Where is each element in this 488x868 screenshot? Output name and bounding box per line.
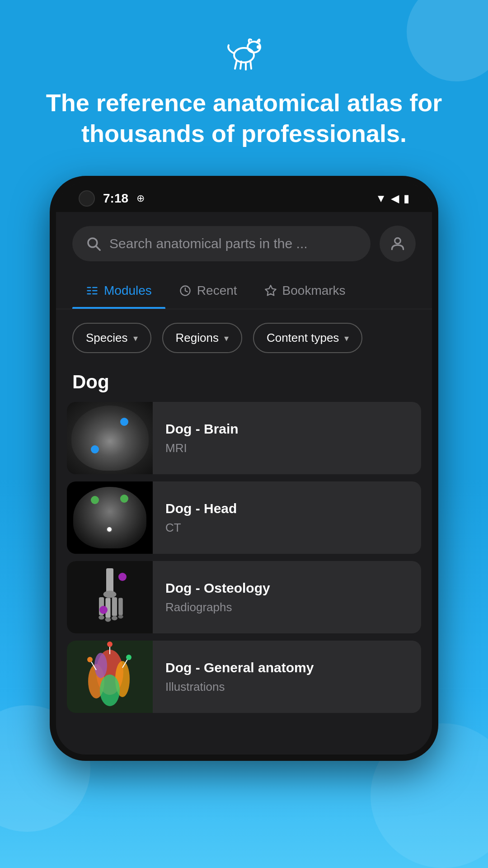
- module-card-dog-head[interactable]: Dog - Head CT: [67, 481, 421, 554]
- svg-point-27: [118, 615, 123, 618]
- status-bar: 7:18 ⊕ ▼ ◀ ▮: [56, 182, 432, 212]
- svg-line-5: [235, 61, 237, 69]
- dog-icon: [221, 27, 267, 72]
- module-title-osteology: Dog - Osteology: [165, 580, 408, 596]
- module-card-dog-brain[interactable]: Dog - Brain MRI: [67, 402, 421, 474]
- battery-icon: ▮: [404, 192, 409, 205]
- status-right: ▼ ◀ ▮: [375, 192, 409, 205]
- tab-bookmarks-label: Bookmarks: [282, 283, 346, 298]
- module-info-head: Dog - Head CT: [153, 481, 421, 554]
- svg-point-19: [103, 591, 117, 598]
- modules-list: Dog - Brain MRI Do: [56, 402, 432, 713]
- tabs-row: Modules Recent Bookmarks: [56, 273, 432, 309]
- svg-rect-18: [106, 568, 113, 594]
- phone-wrap: 7:18 ⊕ ▼ ◀ ▮ Search anatomical parts in …: [0, 176, 488, 761]
- module-thumb-brain: [67, 402, 153, 474]
- svg-marker-17: [265, 285, 276, 295]
- tab-recent-label: Recent: [197, 283, 237, 298]
- svg-point-34: [107, 642, 113, 647]
- svg-rect-23: [118, 598, 123, 615]
- section-heading: Dog: [56, 367, 432, 402]
- clock-icon: [179, 284, 192, 297]
- filters-row: Species ▾ Regions ▾ Content types ▾: [56, 309, 432, 367]
- dot-marker: [118, 573, 127, 581]
- tab-recent[interactable]: Recent: [165, 273, 251, 309]
- svg-line-6: [250, 61, 251, 69]
- chevron-down-icon: ▾: [224, 333, 229, 344]
- phone-side-button-1: [434, 363, 438, 417]
- svg-point-9: [395, 238, 401, 244]
- tab-modules-label: Modules: [104, 283, 152, 298]
- module-thumb-anatomy: [67, 641, 153, 713]
- search-bar[interactable]: Search anatomical parts in the ...: [72, 226, 371, 261]
- svg-line-8: [96, 246, 100, 250]
- module-subtitle-brain: MRI: [165, 441, 408, 455]
- anatomy-illustration: [83, 641, 137, 713]
- svg-point-24: [99, 615, 104, 620]
- filter-species-label: Species: [86, 331, 128, 345]
- tab-bookmarks[interactable]: Bookmarks: [251, 273, 359, 309]
- module-card-dog-general[interactable]: Dog - General anatomy Illustrations: [67, 641, 421, 713]
- header-title-bold: The reference: [46, 89, 206, 116]
- svg-point-26: [112, 616, 117, 621]
- status-left: 7:18 ⊕: [79, 190, 145, 207]
- svg-point-32: [94, 653, 107, 678]
- module-title-anatomy: Dog - General anatomy: [165, 660, 408, 675]
- dot-marker: [120, 495, 128, 503]
- wifi-icon: ▼: [375, 192, 386, 205]
- dot-marker: [120, 418, 128, 426]
- svg-point-31: [100, 675, 120, 706]
- camera-dot: [79, 190, 95, 207]
- search-icon: [86, 236, 101, 251]
- module-title-head: Dog - Head: [165, 501, 408, 516]
- header-area: The reference anatomical atlas for thous…: [0, 0, 488, 176]
- profile-icon: [389, 235, 406, 252]
- search-area: Search anatomical parts in the ...: [56, 212, 432, 273]
- filter-content-types[interactable]: Content types ▾: [253, 323, 362, 353]
- svg-point-36: [87, 657, 93, 662]
- tab-modules[interactable]: Modules: [72, 273, 165, 309]
- module-subtitle-anatomy: Illustrations: [165, 680, 408, 694]
- svg-point-2: [258, 46, 259, 48]
- profile-button[interactable]: [380, 226, 416, 262]
- svg-line-3: [240, 61, 241, 69]
- signal-icon: ◀: [391, 192, 399, 205]
- module-info-osteology: Dog - Osteology Radiographs: [153, 561, 421, 633]
- module-info-brain: Dog - Brain MRI: [153, 402, 421, 474]
- module-info-anatomy: Dog - General anatomy Illustrations: [153, 641, 421, 713]
- star-icon: [264, 284, 277, 297]
- filter-regions-label: Regions: [176, 331, 219, 345]
- chevron-down-icon: ▾: [133, 333, 138, 344]
- svg-point-25: [105, 618, 111, 622]
- phone-mockup: 7:18 ⊕ ▼ ◀ ▮ Search anatomical parts in …: [50, 176, 438, 761]
- chevron-down-icon: ▾: [344, 333, 349, 344]
- module-subtitle-osteology: Radiographs: [165, 600, 408, 614]
- module-thumb-head: [67, 481, 153, 554]
- module-title-brain: Dog - Brain: [165, 421, 408, 437]
- module-card-dog-osteology[interactable]: Dog - Osteology Radiographs: [67, 561, 421, 633]
- filter-content-types-label: Content types: [267, 331, 339, 345]
- svg-rect-22: [112, 597, 117, 616]
- search-placeholder: Search anatomical parts in the ...: [109, 236, 308, 251]
- filter-regions[interactable]: Regions ▾: [162, 323, 242, 353]
- list-icon: [86, 284, 99, 297]
- module-subtitle-head: CT: [165, 521, 408, 535]
- svg-point-38: [126, 655, 131, 660]
- header-title: The reference anatomical atlas for thous…: [0, 88, 488, 149]
- status-time: 7:18: [103, 191, 128, 206]
- module-thumb-osteology: [67, 561, 153, 633]
- phone-side-button-2: [434, 435, 438, 472]
- filter-species[interactable]: Species ▾: [72, 323, 151, 353]
- phone-content: Search anatomical parts in the ...: [56, 212, 432, 755]
- dog-icon-wrap: [221, 27, 267, 74]
- status-extra-icon: ⊕: [136, 193, 145, 204]
